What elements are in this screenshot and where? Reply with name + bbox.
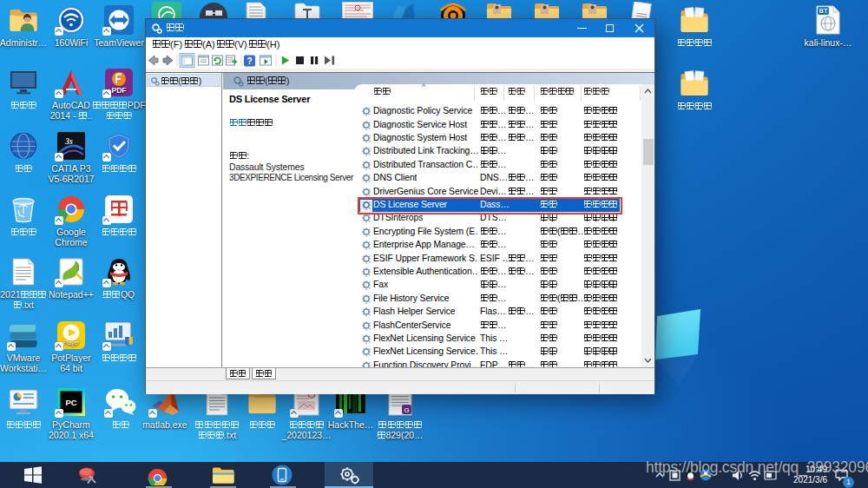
svg-text:G: G [404,406,409,414]
svg-text:PC: PC [65,398,76,407]
svg-text:BT: BT [819,8,828,14]
svg-text:Player: Player [63,340,80,346]
svg-text:PDF: PDF [112,86,127,95]
svg-text:3s: 3s [64,136,73,146]
svg-text:?: ? [247,56,252,66]
